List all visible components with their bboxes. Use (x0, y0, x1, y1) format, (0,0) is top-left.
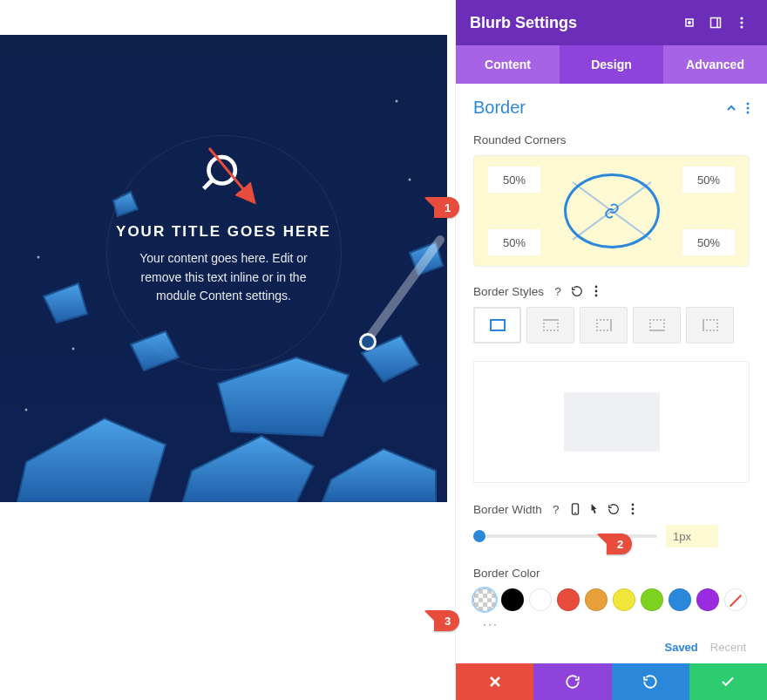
corner-tl-input[interactable]: 50% (488, 167, 540, 193)
svg-point-26 (740, 25, 743, 28)
svg-point-27 (747, 102, 750, 105)
svg-point-38 (631, 508, 634, 511)
svg-point-37 (631, 504, 634, 506)
svg-point-15 (25, 409, 28, 411)
swatch-orange[interactable] (585, 588, 607, 611)
corner-br-input[interactable]: 50% (682, 229, 735, 255)
rounded-corners-control[interactable]: 50% 50% 50% 50% (473, 155, 750, 267)
svg-point-33 (595, 290, 598, 293)
annotation-arrow (205, 144, 266, 214)
svg-marker-0 (17, 418, 166, 502)
help-icon[interactable]: ? (549, 502, 563, 516)
svg-point-32 (595, 286, 598, 289)
svg-point-34 (595, 295, 598, 297)
swatch-red[interactable] (557, 588, 580, 611)
hover-icon[interactable] (587, 502, 601, 516)
swatch-black[interactable] (501, 588, 524, 611)
settings-panel: Blurb Settings Content Design Advanced B… (455, 0, 767, 700)
annotation-pin-3: 3 (434, 610, 459, 631)
border-style-left[interactable] (686, 307, 734, 343)
panel-header: Blurb Settings (456, 0, 767, 45)
svg-line-9 (364, 240, 440, 344)
svg-point-39 (631, 513, 634, 515)
rounded-corners-label: Rounded Corners (473, 133, 750, 146)
svg-point-21 (689, 22, 690, 24)
tab-design[interactable]: Design (560, 45, 663, 84)
reset-icon[interactable] (607, 502, 621, 516)
annotation-pin-1: 1 (434, 197, 459, 218)
reset-icon[interactable] (570, 284, 584, 298)
color-swatches (473, 588, 750, 611)
blurb-title[interactable]: YOUR TITLE GOES HERE (106, 223, 342, 241)
swatch-transparent[interactable] (473, 588, 496, 611)
link-icon[interactable] (603, 202, 621, 220)
svg-point-12 (37, 256, 40, 259)
annotation-pin-2: 2 (607, 533, 632, 554)
svg-point-13 (396, 100, 398, 103)
swatch-purple[interactable] (696, 588, 719, 611)
svg-marker-4 (44, 283, 87, 323)
border-width-input[interactable]: 1px (666, 525, 718, 547)
kebab-icon[interactable] (730, 11, 753, 34)
svg-point-16 (72, 348, 75, 350)
snap-icon[interactable] (678, 11, 701, 34)
border-style-right[interactable] (580, 307, 628, 343)
phone-icon[interactable] (568, 502, 582, 516)
swatch-yellow[interactable] (613, 588, 635, 611)
svg-marker-2 (322, 449, 436, 502)
border-color-label: Border Color (473, 567, 750, 580)
border-style-bottom[interactable] (633, 307, 681, 343)
kebab-icon[interactable] (589, 284, 603, 298)
svg-point-24 (740, 17, 743, 19)
svg-point-25 (740, 21, 743, 24)
svg-line-19 (209, 148, 253, 200)
svg-point-11 (362, 336, 374, 348)
swatch-blue[interactable] (669, 588, 691, 611)
kebab-icon[interactable] (626, 502, 640, 516)
border-styles-label: Border Styles ? (473, 284, 750, 298)
recent-colors-link[interactable]: Recent (710, 641, 746, 654)
border-style-all[interactable] (473, 307, 521, 343)
corner-bl-input[interactable]: 50% (488, 229, 540, 255)
swatch-white[interactable] (529, 588, 552, 611)
svg-point-14 (409, 179, 411, 181)
border-preview (473, 361, 750, 483)
more-swatches-icon[interactable]: ⋯ (473, 615, 750, 634)
redo-button[interactable] (612, 663, 689, 700)
border-width-label: Border Width ? (473, 502, 750, 516)
tab-content[interactable]: Content (456, 45, 560, 84)
kebab-icon[interactable] (746, 102, 750, 114)
svg-rect-22 (711, 18, 721, 28)
svg-point-28 (747, 106, 750, 109)
saved-colors-link[interactable]: Saved (664, 641, 697, 654)
chevron-up-icon[interactable] (725, 102, 737, 114)
page-preview: YOUR TITLE GOES HERE Your content goes h… (0, 35, 447, 502)
tab-advanced[interactable]: Advanced (663, 45, 767, 84)
help-icon[interactable]: ? (551, 284, 565, 298)
swatch-green[interactable] (641, 588, 663, 611)
panel-tabs: Content Design Advanced (456, 45, 767, 84)
corner-tr-input[interactable]: 50% (682, 167, 735, 193)
save-button[interactable] (689, 663, 767, 700)
svg-marker-1 (183, 436, 314, 502)
blurb-body[interactable]: Your content goes here. Edit or remove t… (124, 249, 324, 306)
swatch-none[interactable] (724, 588, 747, 611)
discard-button[interactable] (456, 663, 533, 700)
panel-title: Blurb Settings (470, 14, 577, 32)
section-border[interactable]: Border (473, 98, 750, 118)
undo-button[interactable] (533, 663, 611, 700)
svg-point-29 (747, 111, 750, 113)
border-style-top[interactable] (526, 307, 574, 343)
expand-icon[interactable] (704, 11, 727, 34)
panel-footer (456, 663, 767, 700)
